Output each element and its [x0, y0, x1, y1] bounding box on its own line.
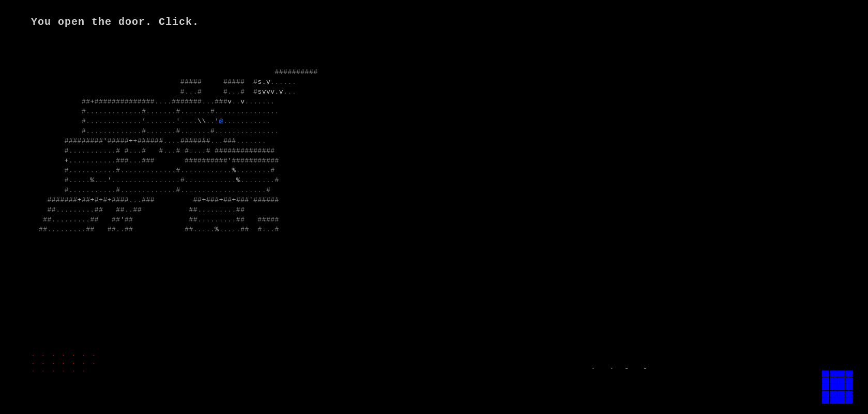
minimap-cell [822, 397, 829, 404]
minimap-cell [830, 397, 837, 404]
minimap-cell [822, 371, 829, 377]
minimap-cell [822, 377, 829, 383]
minimap-cell [830, 371, 837, 377]
minimap-cell [830, 391, 837, 397]
minimap-cell [845, 384, 852, 390]
minimap-cell [845, 377, 852, 383]
minimap-cell [837, 391, 845, 397]
game-message: You open the door. Click. [31, 16, 199, 28]
ascii-map: ########## ##### ##### #s.v...... #...# … [26, 67, 318, 234]
minimap-cell [837, 377, 845, 383]
minimap-cell [837, 384, 845, 390]
minimap-cell [837, 397, 845, 404]
minimap-cell [822, 384, 829, 390]
minimap-cell [845, 391, 852, 397]
minimap-cell [845, 371, 852, 377]
minimap-cell [822, 391, 829, 397]
map-legend-dots: · · · · · · · · · · · · · · · · · · · · [31, 344, 97, 383]
minimap [822, 371, 852, 404]
message-area: You open the door. Click. [4, 4, 199, 40]
dashes-bar: - - - - - - - - - - - - - - - - - - - - … [0, 358, 868, 368]
location-label: Church, level 1 [587, 367, 657, 368]
minimap-cell [837, 371, 845, 377]
game-screen: You open the door. Click. ########## ###… [0, 0, 868, 414]
minimap-cell [845, 397, 852, 404]
minimap-cell [830, 377, 837, 383]
minimap-cell [830, 384, 837, 390]
